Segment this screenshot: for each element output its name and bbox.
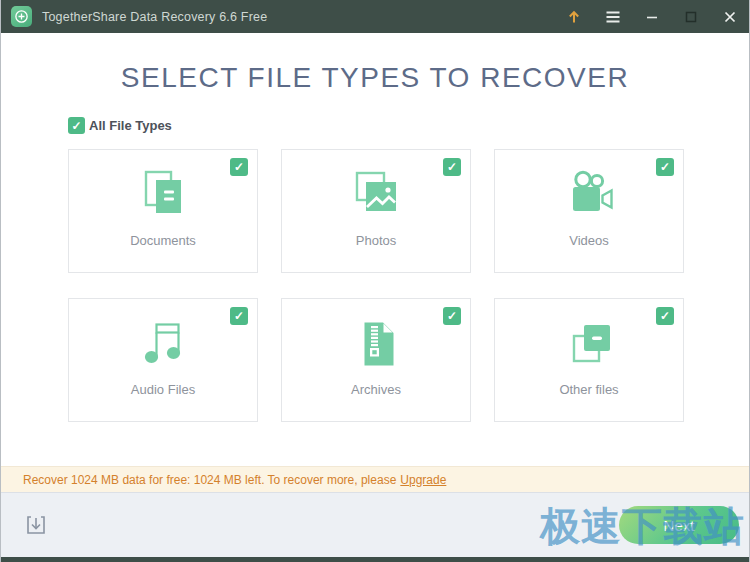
- file-type-card-other-files[interactable]: Other files: [494, 298, 684, 422]
- documents-icon: [135, 166, 191, 224]
- other-files-checkbox[interactable]: [656, 307, 674, 325]
- titlebar: TogetherShare Data Recovery 6.6 Free: [1, 0, 749, 33]
- file-type-card-archives[interactable]: Archives: [281, 298, 471, 422]
- app-logo-icon: [11, 6, 32, 27]
- all-file-types-checkbox[interactable]: [68, 117, 85, 134]
- up-arrow-icon: [566, 9, 582, 25]
- videos-icon: [561, 166, 617, 224]
- minimize-button[interactable]: [632, 0, 671, 33]
- window-bottom-border: [1, 557, 749, 562]
- card-label: Photos: [356, 233, 396, 248]
- main-content: SELECT FILE TYPES TO RECOVER All File Ty…: [1, 33, 749, 466]
- minimize-icon: [645, 10, 659, 24]
- archives-checkbox[interactable]: [443, 307, 461, 325]
- maximize-button[interactable]: [671, 0, 710, 33]
- card-label: Videos: [569, 233, 609, 248]
- audio-icon: [135, 315, 191, 373]
- update-button[interactable]: [554, 0, 593, 33]
- menu-button[interactable]: [593, 0, 632, 33]
- all-file-types-checkbox-row[interactable]: All File Types: [68, 117, 682, 134]
- archives-icon: [348, 315, 404, 373]
- free-quota-notice: Recover 1024 MB data for free: 1024 MB l…: [1, 466, 749, 492]
- close-icon: [723, 10, 737, 24]
- file-type-grid: Documents Photos: [68, 149, 682, 422]
- file-type-card-audio-files[interactable]: Audio Files: [68, 298, 258, 422]
- file-type-card-videos[interactable]: Videos: [494, 149, 684, 273]
- photos-icon: [348, 166, 404, 224]
- card-label: Documents: [130, 233, 196, 248]
- window-controls: [554, 0, 749, 33]
- page-title: SELECT FILE TYPES TO RECOVER: [68, 62, 682, 94]
- card-label: Audio Files: [131, 382, 195, 397]
- file-type-card-documents[interactable]: Documents: [68, 149, 258, 273]
- download-button[interactable]: [23, 512, 49, 538]
- window-title: TogetherShare Data Recovery 6.6 Free: [42, 10, 267, 24]
- audio-files-checkbox[interactable]: [230, 307, 248, 325]
- notice-text: Recover 1024 MB data for free: 1024 MB l…: [23, 473, 396, 487]
- all-file-types-label: All File Types: [89, 118, 172, 133]
- maximize-icon: [684, 10, 698, 24]
- videos-checkbox[interactable]: [656, 158, 674, 176]
- close-button[interactable]: [710, 0, 749, 33]
- download-icon: [24, 513, 48, 537]
- card-label: Other files: [559, 382, 618, 397]
- app-window: TogetherShare Data Recovery 6.6 Free: [0, 0, 750, 562]
- documents-checkbox[interactable]: [230, 158, 248, 176]
- file-type-card-photos[interactable]: Photos: [281, 149, 471, 273]
- next-button[interactable]: Next: [619, 506, 739, 544]
- footer-bar: Next: [1, 492, 749, 557]
- hamburger-icon: [605, 10, 621, 24]
- other-files-icon: [561, 315, 617, 373]
- card-label: Archives: [351, 382, 401, 397]
- upgrade-link[interactable]: Upgrade: [400, 473, 446, 487]
- photos-checkbox[interactable]: [443, 158, 461, 176]
